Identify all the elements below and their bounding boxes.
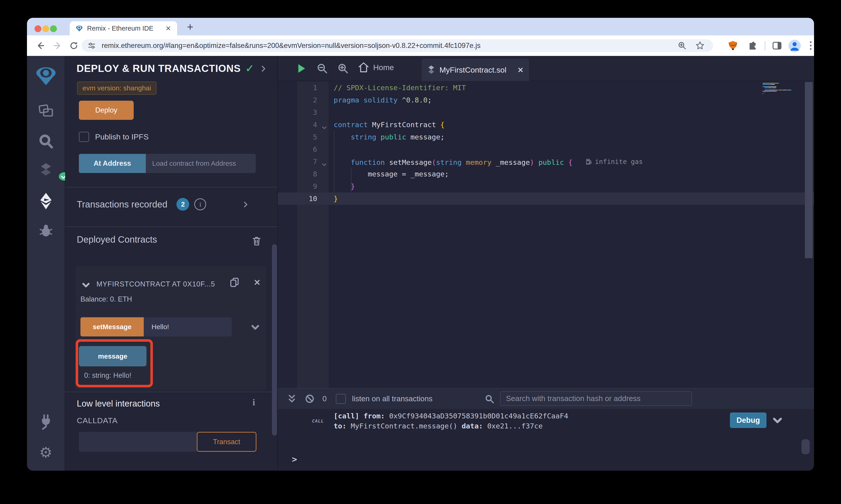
browser-menu-icon[interactable] [809, 41, 812, 51]
profile-avatar[interactable] [788, 40, 801, 52]
minimize-window-button[interactable] [42, 25, 49, 32]
code-line[interactable]: 6 [278, 143, 814, 156]
address-bar[interactable]: remix.ethereum.org/#lang=en&optimize=fal… [82, 39, 713, 52]
reload-icon[interactable] [69, 40, 79, 51]
calldata-input[interactable] [79, 432, 197, 452]
remix-logo-icon[interactable] [27, 65, 65, 86]
code-line[interactable]: 9 } [278, 180, 814, 193]
line-number: 5 [297, 131, 329, 143]
fold-chevron-icon[interactable] [321, 122, 327, 128]
new-tab-button[interactable]: + [187, 20, 193, 33]
minimap[interactable] [762, 83, 802, 94]
file-tab-close-icon[interactable]: ✕ [517, 66, 524, 74]
code-line[interactable]: 10} [278, 193, 814, 205]
code-text: contract MyFirstContract { [329, 119, 445, 131]
debug-button[interactable]: Debug [730, 412, 767, 428]
clear-deployed-trash-icon[interactable] [252, 236, 262, 246]
call-type-label: CALL [312, 418, 324, 424]
solidity-icon [39, 163, 53, 178]
calldata-label: CALLDATA [77, 416, 118, 425]
line-number: 10 [297, 193, 329, 205]
close-window-button[interactable] [35, 25, 41, 32]
panel-title: DEPLOY & RUN TRANSACTIONS [76, 63, 241, 74]
transact-button[interactable]: Transact [197, 432, 256, 452]
panel-divider [65, 227, 278, 227]
panel-chevron-right-icon[interactable] [260, 65, 267, 72]
solidity-compiler-icon[interactable] [27, 163, 65, 178]
copy-address-icon[interactable] [229, 277, 240, 288]
info-circle-icon[interactable]: i [194, 198, 206, 210]
terminal-scrollbar[interactable] [802, 439, 810, 454]
deploy-button[interactable]: Deploy [79, 101, 134, 120]
site-settings-icon[interactable] [87, 41, 96, 50]
toolbar-divider [765, 41, 765, 51]
line-number: 4 [297, 119, 329, 131]
plugin-manager-icon[interactable] [27, 414, 65, 430]
set-message-input[interactable] [144, 317, 232, 337]
run-script-play-icon[interactable] [295, 63, 307, 74]
code-line[interactable]: 2pragma solidity ^0.8.0; [278, 94, 814, 106]
browser-window: Remix - Ethereum IDE ✕ + remix.ethereum.… [27, 18, 814, 471]
code-lines: 1// SPDX-License-Identifier: MIT2pragma … [278, 82, 814, 205]
code-text: string public message; [329, 131, 445, 143]
remix-app: ⚙ DEPLOY & RUN TRANSACTIONS ✓ evm versio… [27, 56, 814, 471]
deploy-run-icon[interactable] [27, 193, 65, 210]
code-text: function setMessage(string memory _messa… [329, 156, 643, 168]
deploy-run-panel: DEPLOY & RUN TRANSACTIONS ✓ evm version:… [65, 56, 278, 471]
code-editor[interactable]: 1// SPDX-License-Identifier: MIT2pragma … [278, 82, 814, 388]
line-number: 8 [297, 168, 329, 180]
zoom-in-icon[interactable] [337, 63, 349, 74]
home-icon [358, 61, 370, 73]
listen-all-checkbox[interactable] [336, 394, 346, 404]
extensions-puzzle-icon[interactable] [747, 40, 758, 51]
bookmark-star-icon[interactable] [695, 41, 705, 51]
code-line[interactable]: 3 [278, 106, 814, 119]
editor-scrollbar[interactable] [805, 82, 813, 258]
side-panel-icon[interactable] [772, 40, 783, 51]
contract-collapse-chevron-icon[interactable] [82, 281, 90, 289]
maximize-window-button[interactable] [50, 25, 57, 32]
code-text: pragma solidity ^0.8.0; [329, 94, 432, 106]
set-message-expand-chevron-icon[interactable] [251, 323, 260, 332]
remix-favicon-icon [76, 25, 83, 32]
tab-close-icon[interactable]: ✕ [166, 24, 171, 32]
back-icon[interactable] [35, 40, 46, 51]
terminal-search-input[interactable] [500, 391, 692, 406]
low-level-info-icon[interactable]: i [253, 397, 255, 408]
code-line[interactable]: 1// SPDX-License-Identifier: MIT [278, 82, 814, 94]
browser-tab-title: Remix - Ethereum IDE [87, 25, 166, 32]
browser-tab[interactable]: Remix - Ethereum IDE ✕ [70, 21, 177, 35]
home-tab-label: Home [373, 63, 394, 72]
metamask-extension-icon[interactable] [727, 40, 738, 51]
forward-icon[interactable] [52, 40, 63, 51]
transactions-chevron-icon[interactable] [242, 201, 249, 208]
at-address-input[interactable] [146, 154, 256, 173]
settings-gear-icon[interactable]: ⚙ [27, 444, 65, 461]
page-zoom-icon[interactable] [677, 41, 687, 51]
log-expand-chevron-icon[interactable] [772, 415, 783, 426]
panel-check-icon: ✓ [245, 62, 254, 75]
panel-scrollbar[interactable] [272, 244, 277, 435]
icon-rail: ⚙ [27, 56, 65, 471]
fold-chevron-icon[interactable] [321, 159, 327, 165]
at-address-button[interactable]: At Address [79, 154, 146, 173]
clear-console-icon[interactable] [305, 394, 315, 404]
tab-myfirstcontract[interactable]: MyFirstContract.sol ✕ [422, 59, 529, 81]
code-line[interactable]: 7 function setMessage(string memory _mes… [278, 156, 814, 168]
url-text[interactable]: remix.ethereum.org/#lang=en&optimize=fal… [102, 41, 677, 50]
code-line[interactable]: 8 message = _message; [278, 168, 814, 180]
file-tab-label: MyFirstContract.sol [440, 66, 517, 74]
publish-ipfs-checkbox[interactable] [79, 132, 89, 142]
remove-contract-icon[interactable]: ✕ [254, 278, 260, 287]
zoom-out-icon[interactable] [316, 63, 328, 74]
terminal-log[interactable]: [call] from: 0x9Cf934043aD350758391b0D01… [334, 411, 568, 431]
tab-home[interactable]: Home [358, 61, 394, 73]
code-text: message = _message; [329, 168, 449, 180]
code-line[interactable]: 4contract MyFirstContract { [278, 119, 814, 131]
collapse-terminal-icon[interactable] [287, 394, 297, 404]
search-icon[interactable] [27, 133, 65, 150]
set-message-button[interactable]: setMessage [81, 317, 144, 337]
debugger-icon[interactable] [27, 223, 65, 238]
file-explorer-icon[interactable] [27, 103, 65, 119]
code-line[interactable]: 5 string public message; [278, 131, 814, 143]
